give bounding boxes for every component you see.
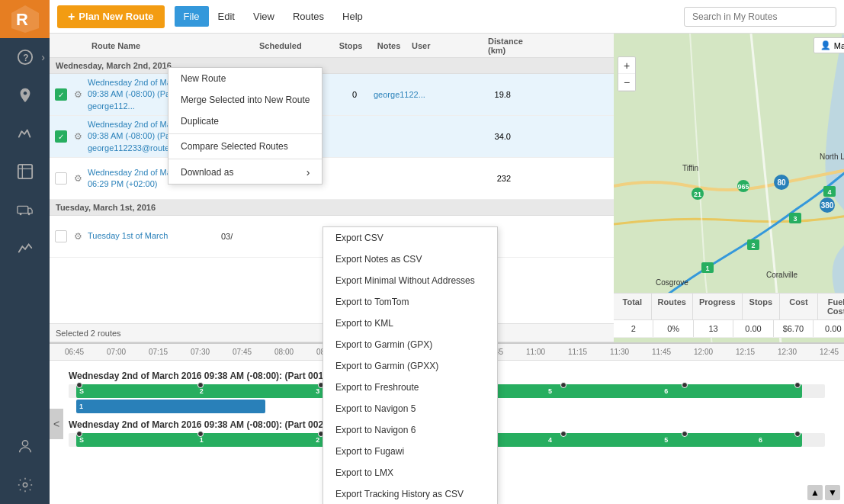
export-tomtom[interactable]: Export to TomTom bbox=[323, 291, 497, 313]
timeline-collapse-button[interactable]: < bbox=[50, 409, 63, 439]
menu-view[interactable]: View bbox=[244, 6, 284, 27]
export-fugawi[interactable]: Export to Fugawi bbox=[323, 441, 497, 462]
svg-text:?: ? bbox=[23, 53, 28, 63]
map-settings-label: Map Settings bbox=[834, 41, 844, 50]
stats-cost: $6.70 bbox=[774, 320, 814, 337]
timeline-dot bbox=[560, 382, 566, 388]
stats-total: 2 bbox=[614, 320, 653, 337]
download-submenu: Export CSV Export Notes as CSV Export Mi… bbox=[323, 226, 498, 504]
svg-text:80: 80 bbox=[777, 178, 786, 187]
svg-text:Coralville: Coralville bbox=[766, 271, 798, 279]
row4-name[interactable]: Tuesday 1st of March bbox=[88, 230, 221, 242]
row2-gear[interactable]: ⚙ bbox=[69, 131, 88, 142]
map-settings-button[interactable]: 👤 Map Settings bbox=[814, 37, 844, 53]
row3-gear[interactable]: ⚙ bbox=[69, 173, 88, 184]
menu-merge[interactable]: Merge Selected into New Route bbox=[168, 89, 322, 111]
sidebar-item-settings[interactable] bbox=[0, 466, 50, 504]
menu-new-route[interactable]: New Route bbox=[168, 68, 322, 89]
stats-stops: 0.00 bbox=[733, 320, 773, 337]
menu-compare[interactable]: Compare Selected Routes bbox=[168, 136, 322, 157]
svg-text:1: 1 bbox=[705, 265, 709, 272]
svg-text:965: 965 bbox=[737, 183, 749, 191]
stats-table: Total Routes Progress Stops Cost Fuel Co… bbox=[614, 293, 844, 338]
export-lmx[interactable]: Export to LMX bbox=[323, 462, 497, 483]
export-garmin-gpx[interactable]: Export to Garmin (GPX) bbox=[323, 334, 497, 355]
col-stops: Stops bbox=[332, 41, 370, 50]
svg-text:R: R bbox=[16, 10, 28, 29]
search-input[interactable] bbox=[684, 7, 836, 27]
scroll-right-button[interactable]: ▼ bbox=[825, 485, 840, 500]
timeline-dot bbox=[76, 431, 82, 437]
export-csv[interactable]: Export CSV bbox=[323, 227, 497, 249]
row4-scheduled: 03/ bbox=[221, 232, 297, 241]
app-logo[interactable]: R bbox=[0, 0, 50, 38]
sidebar-item-chart[interactable] bbox=[0, 229, 50, 267]
timeline-blue-bar: 1 bbox=[76, 400, 265, 413]
export-navigon6[interactable]: Export to Navigon 6 bbox=[323, 419, 497, 441]
export-notes-csv[interactable]: Export Notes as CSV bbox=[323, 249, 497, 270]
row3-checkbox[interactable] bbox=[53, 172, 69, 185]
row2-checkbox[interactable]: ✓ bbox=[53, 130, 69, 143]
export-freshroute[interactable]: Export to Freshroute bbox=[323, 377, 497, 398]
svg-text:380: 380 bbox=[821, 201, 834, 210]
row1-distance: 19.8 bbox=[450, 90, 511, 99]
table-row: ✓ ⚙ Wednesday 2nd of March 2016 09:38 AM… bbox=[50, 74, 614, 116]
stats-progress: 13 bbox=[694, 320, 733, 337]
table-row: ⚙ Wednesday 2nd of March 2016 06:29 PM (… bbox=[50, 158, 614, 200]
summary-text: Selected 2 routes bbox=[56, 329, 121, 338]
stats-routes: 0% bbox=[653, 320, 693, 337]
stats-fuel: 0.00 bbox=[814, 320, 844, 337]
row1-gear[interactable]: ⚙ bbox=[69, 89, 88, 100]
menu-edit[interactable]: Edit bbox=[209, 6, 244, 27]
row3-distance: 232 bbox=[450, 174, 511, 183]
stats-col-fuel: Fuel Cost bbox=[818, 294, 844, 319]
col-scheduled: Scheduled bbox=[255, 41, 332, 50]
export-tracking[interactable]: Export Tracking History as CSV bbox=[323, 483, 497, 504]
row2-distance: 34.0 bbox=[450, 132, 511, 141]
menu-file[interactable]: File bbox=[175, 6, 209, 27]
timeline-scroll-arrows: ▲ ▼ bbox=[807, 485, 840, 500]
sidebar: R ? bbox=[0, 0, 50, 504]
separator-2 bbox=[168, 159, 322, 159]
export-kml[interactable]: Export to KML bbox=[323, 313, 497, 334]
scroll-left-button[interactable]: ▲ bbox=[807, 485, 823, 500]
zoom-out-button[interactable]: − bbox=[618, 74, 635, 91]
svg-rect-5 bbox=[17, 206, 27, 213]
file-dropdown: New Route Merge Selected into New Route … bbox=[168, 67, 323, 185]
row1-user: george1122... bbox=[374, 90, 450, 99]
timeline-dot bbox=[197, 431, 204, 437]
col-route-name: Route Name bbox=[88, 41, 255, 50]
export-garmin-gpxx[interactable]: Export to Garmin (GPXX) bbox=[323, 355, 497, 377]
svg-point-7 bbox=[27, 213, 30, 216]
menu-routes[interactable]: Routes bbox=[284, 6, 333, 27]
table-header: Route Name Scheduled Stops Notes User Di… bbox=[50, 34, 614, 58]
sidebar-item-help[interactable]: ? bbox=[0, 38, 50, 76]
svg-text:Tiffin: Tiffin bbox=[682, 164, 698, 172]
sidebar-item-truck[interactable] bbox=[0, 191, 50, 229]
row1-checkbox[interactable]: ✓ bbox=[53, 88, 69, 101]
svg-rect-4 bbox=[18, 165, 31, 178]
svg-text:4: 4 bbox=[827, 188, 831, 196]
row4-checkbox[interactable] bbox=[53, 230, 69, 242]
row4-gear[interactable]: ⚙ bbox=[69, 231, 88, 242]
menu-help[interactable]: Help bbox=[333, 6, 372, 27]
svg-text:North Liberty: North Liberty bbox=[820, 152, 844, 161]
sidebar-item-map-pin[interactable] bbox=[0, 76, 50, 114]
timeline-dot bbox=[197, 382, 204, 388]
zoom-in-button[interactable]: + bbox=[618, 57, 635, 74]
export-navigon5[interactable]: Export to Navigon 5 bbox=[323, 398, 497, 419]
export-minimal[interactable]: Export Minimal Without Addresses bbox=[323, 270, 497, 291]
menu-bar: File Edit View Routes Help bbox=[175, 6, 372, 27]
stats-header: Total Routes Progress Stops Cost Fuel Co… bbox=[614, 294, 844, 320]
menu-duplicate[interactable]: Duplicate bbox=[168, 111, 322, 132]
sidebar-item-person[interactable] bbox=[0, 428, 50, 466]
col-distance: Distance (km) bbox=[484, 37, 545, 55]
sidebar-item-map[interactable] bbox=[0, 152, 50, 191]
main-area: New Route Merge Selected into New Route … bbox=[50, 34, 844, 504]
topbar: Plan New Route File Edit View Routes Hel… bbox=[50, 0, 844, 34]
stats-col-progress: Progress bbox=[693, 294, 743, 319]
timeline-dot bbox=[76, 382, 82, 388]
sidebar-item-routes[interactable] bbox=[0, 114, 50, 152]
plan-new-route-button[interactable]: Plan New Route bbox=[57, 5, 165, 28]
menu-download-as[interactable]: Download as bbox=[168, 161, 322, 184]
